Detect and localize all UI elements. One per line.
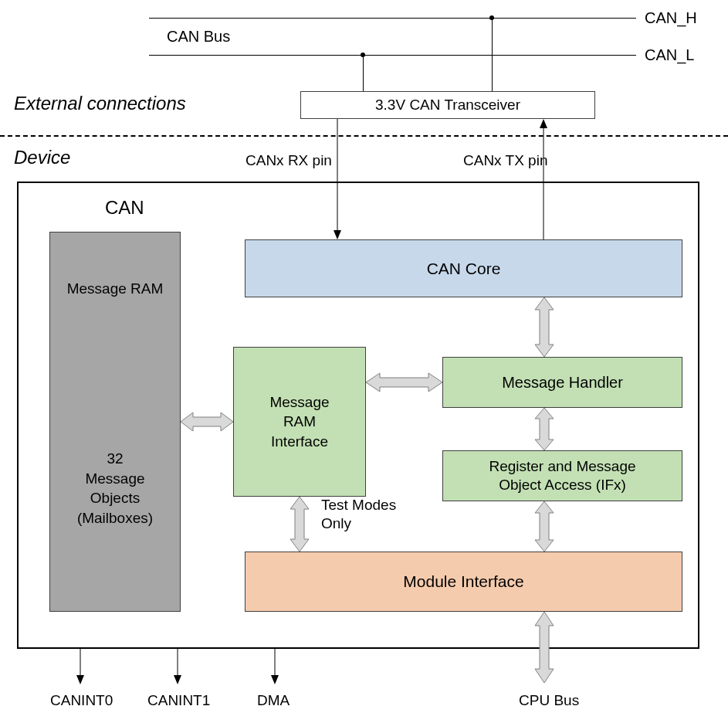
msg-ram-if-label: Message RAM Interface [269,392,329,452]
message-ram-body: 32 Message Objects (Mailboxes) [50,449,180,528]
diagram-stage: CAN Bus CAN_H CAN_L 3.3V CAN Transceiver… [0,0,728,723]
msg-handler-box: Message Handler [442,357,682,408]
dma-label: DMA [257,692,290,709]
can-bus-label: CAN Bus [167,28,230,46]
tx-pin-label: CANx TX pin [463,152,547,169]
svg-marker-10 [535,612,554,683]
arrow-module-cpu [530,612,558,683]
tap-h [492,18,493,91]
canint1-label: CANINT1 [147,692,210,709]
test-modes-label: Test Modes Only [321,496,396,533]
module-if-box: Module Interface [245,552,682,612]
dot-l [361,53,365,57]
reg-access-box: Register and Message Object Access (IFx) [442,450,682,501]
svg-marker-16 [271,675,279,684]
svg-marker-8 [181,412,233,431]
msg-handler-label: Message Handler [502,374,623,392]
dot-h [489,15,494,20]
arrow-handler-reg [530,408,558,450]
arrow-dma [269,649,281,684]
svg-marker-12 [76,675,84,684]
arrow-ramif-module [286,497,313,552]
arrow-core-handler [530,297,558,357]
transceiver-label: 3.3V CAN Transceiver [375,97,520,114]
arrow-ram-ramif [181,408,233,436]
svg-marker-14 [174,675,181,684]
external-label: External connections [14,93,186,114]
transceiver-box: 3.3V CAN Transceiver [300,91,595,119]
svg-marker-5 [535,408,554,450]
arrow-canint1 [171,649,184,684]
can-h-line [149,18,636,19]
arrow-ramif-handler [366,368,442,396]
svg-marker-3 [540,119,547,128]
canint0-label: CANINT0 [50,692,113,709]
cpu-bus-label: CPU Bus [519,692,579,709]
message-ram-box: Message RAM 32 Message Objects (Mailboxe… [49,232,181,612]
can-h-label: CAN_H [645,9,697,27]
arrow-reg-module [530,501,558,552]
tap-l [363,55,364,91]
reg-access-label: Register and Message Object Access (IFx) [489,457,635,494]
can-core-label: CAN Core [427,260,501,278]
svg-marker-6 [535,501,554,552]
can-core-box: CAN Core [245,239,682,297]
can-title: CAN [105,197,144,219]
arrow-canint0 [74,649,86,684]
module-if-label: Module Interface [403,572,523,591]
msg-ram-if-box: Message RAM Interface [233,347,366,497]
svg-marker-7 [290,497,309,552]
can-l-line [149,55,636,56]
svg-marker-9 [366,373,442,392]
svg-marker-4 [535,297,554,357]
separator-dashed [0,135,728,137]
can-l-label: CAN_L [645,46,694,64]
rx-pin-label: CANx RX pin [245,152,332,169]
device-label: Device [14,147,70,168]
message-ram-title: Message RAM [50,280,180,297]
